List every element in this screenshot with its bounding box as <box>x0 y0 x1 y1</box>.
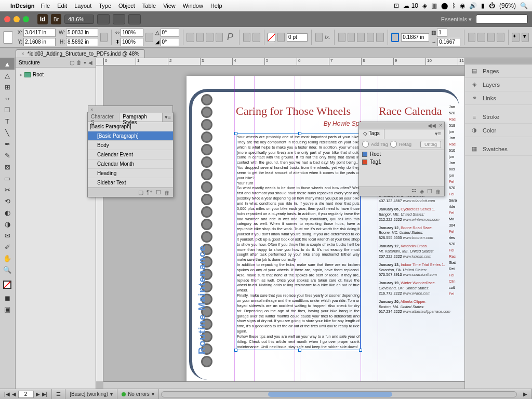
tags-tab[interactable]: ◇ Tags <box>359 129 384 139</box>
rotate-input[interactable] <box>161 29 179 37</box>
tags-collapse-icon[interactable]: ◀◀ <box>428 123 436 128</box>
battery-icon[interactable]: ▮ <box>481 2 485 9</box>
inset-input[interactable] <box>401 33 429 42</box>
retag-radio[interactable] <box>390 141 397 148</box>
page-nav[interactable]: |◀ ◀ ▶ ▶| <box>0 389 52 399</box>
tags-panel[interactable]: ◀◀ × ◇ Tags ▾≡ Add Tag Retag Untag RootT… <box>358 122 445 196</box>
structure-trash-icon[interactable]: 🗑 <box>76 60 82 65</box>
dock-item-layers[interactable]: ◈Layers <box>465 78 532 91</box>
menu-table[interactable]: Table <box>142 3 156 9</box>
y-input[interactable] <box>23 38 56 46</box>
zoom-level[interactable]: 48.6% <box>64 15 94 24</box>
close-window-button[interactable] <box>4 16 10 22</box>
open-docs[interactable]: ☰ <box>52 389 65 399</box>
workspace-switcher[interactable]: Essentials ▾ <box>441 16 472 23</box>
character-styles-tab[interactable]: Character S <box>88 113 119 122</box>
menu-view[interactable]: View <box>163 3 176 9</box>
tags-highlight-icon[interactable]: ◈ <box>420 188 424 195</box>
wrap-jump-icon[interactable] <box>367 33 374 42</box>
untag-button[interactable]: Untag <box>420 141 441 148</box>
document-tab[interactable]: × *idid03_Adding_Structure_to_PDFs.indd … <box>16 49 145 58</box>
apply-color-icon[interactable]: ◼ <box>0 292 15 303</box>
tags-delete-icon[interactable]: 🗑 <box>435 189 441 195</box>
dock-item-swatches[interactable]: ▦Swatches <box>465 142 532 156</box>
h-input[interactable] <box>66 38 98 46</box>
align-center-icon[interactable] <box>477 33 485 42</box>
align-bottom-icon[interactable] <box>487 33 495 42</box>
tags-map-icon[interactable]: ☷ <box>411 188 417 195</box>
columns-input[interactable] <box>437 29 447 37</box>
horizontal-ruler[interactable]: 01 23 45 67 89 1011 <box>103 58 464 65</box>
menu-file[interactable]: File <box>41 3 50 9</box>
page-number-input[interactable] <box>18 391 34 398</box>
screenflow-icon[interactable]: ⊡ <box>394 2 399 9</box>
style-basic-paragraph[interactable]: [Basic Paragraph] <box>88 131 173 141</box>
wrap-column-icon[interactable] <box>376 33 383 42</box>
shear-input[interactable] <box>161 38 179 46</box>
style-heading[interactable]: Heading <box>88 169 173 178</box>
wrap-shape-icon[interactable] <box>357 33 364 42</box>
app-name[interactable]: InDesign <box>10 3 34 9</box>
structure-close-icon[interactable]: ◀ <box>88 60 92 65</box>
last-page-icon[interactable]: ▶| <box>42 391 48 397</box>
style-calendar-month[interactable]: Calendar Month <box>88 159 173 169</box>
dock-item-stroke[interactable]: ≡Stroke <box>465 110 532 124</box>
type-tool[interactable]: T <box>0 115 15 127</box>
select-container-icon[interactable] <box>243 33 250 42</box>
bluetooth-icon[interactable]: ᛒ <box>452 2 456 9</box>
ruler-origin[interactable] <box>96 58 103 65</box>
delete-style-icon[interactable]: 🗑 <box>164 190 170 196</box>
menu-help[interactable]: Help <box>210 3 222 9</box>
input-icon[interactable]: ▥ <box>431 2 437 9</box>
zoom-window-button[interactable] <box>23 16 29 22</box>
panel-menu-icon[interactable]: ▼ <box>522 33 529 42</box>
panel-close-icon[interactable]: × <box>90 107 93 112</box>
align-justify-icon[interactable] <box>497 33 504 42</box>
rectangle-tool[interactable]: ▭ <box>0 172 15 184</box>
close-tab-icon[interactable]: × <box>21 51 24 57</box>
link-scale-icon[interactable] <box>145 33 153 42</box>
structure-root-item[interactable]: ▸ Root <box>19 71 92 78</box>
article-body-frame[interactable]: Your wheels are probably one of the most… <box>236 134 361 350</box>
pen-tool[interactable]: ✒ <box>0 138 15 150</box>
selection-tool[interactable]: ▲ <box>0 58 15 70</box>
paragraph-styles-tab[interactable]: Paragraph Styles <box>119 113 162 122</box>
view-options-icon[interactable] <box>97 14 110 24</box>
rectangle-frame-tool[interactable]: ⊠ <box>0 161 15 172</box>
structure-add-icon[interactable]: ▢ <box>70 60 74 65</box>
style-calendar-event[interactable]: Calendar Event <box>88 150 173 159</box>
dock-item-links[interactable]: ⚭Links <box>465 91 532 105</box>
style-sidebar-text[interactable]: Sidebar Text <box>88 178 173 188</box>
dropbox-icon[interactable]: ◈ <box>422 2 427 9</box>
stroke-weight-input[interactable] <box>287 33 308 42</box>
minimize-window-button[interactable] <box>14 16 20 22</box>
note-tool[interactable]: ✉ <box>0 230 15 241</box>
menu-layout[interactable]: Layout <box>74 3 91 9</box>
menu-edit[interactable]: Edit <box>57 3 67 9</box>
power-icon[interactable]: ⏻ <box>489 2 495 9</box>
wrap-bounding-icon[interactable] <box>348 33 355 42</box>
flip-h-icon[interactable] <box>206 33 213 42</box>
paragraph-styles-panel[interactable]: × Character S Paragraph Styles ▾≡ [Basic… <box>87 112 174 197</box>
gradient-swatch-tool[interactable]: ◐ <box>0 207 15 218</box>
direct-selection-tool[interactable]: △ <box>0 70 15 81</box>
tags-menu-icon[interactable]: ▾≡ <box>432 129 444 139</box>
tags-close-icon[interactable]: × <box>439 123 442 128</box>
dock-collapse-bar[interactable] <box>465 58 532 64</box>
volume-icon[interactable]: 🔊 <box>469 2 477 9</box>
bridge-icon[interactable]: Br <box>51 14 61 24</box>
next-page-icon[interactable]: ▶ <box>36 391 40 397</box>
tag-item[interactable]: Tag1 <box>359 158 444 166</box>
prev-page-icon[interactable]: ◀ <box>12 391 16 397</box>
constrain-icon[interactable] <box>100 33 108 42</box>
new-style-icon[interactable]: ☐ <box>156 189 161 196</box>
dock-item-pages[interactable]: ▤Pages <box>465 64 532 78</box>
gradient-feather-tool[interactable]: ◑ <box>0 218 15 230</box>
quick-apply-icon[interactable]: ✦ <box>512 33 519 42</box>
menu-window[interactable]: Window <box>183 3 203 9</box>
menu-type[interactable]: Type <box>99 3 111 9</box>
hand-tool[interactable]: ✋ <box>0 252 15 264</box>
rotate-ccw-icon[interactable] <box>187 33 194 42</box>
style-body[interactable]: Body <box>88 141 173 150</box>
align-top-icon[interactable] <box>468 33 475 42</box>
